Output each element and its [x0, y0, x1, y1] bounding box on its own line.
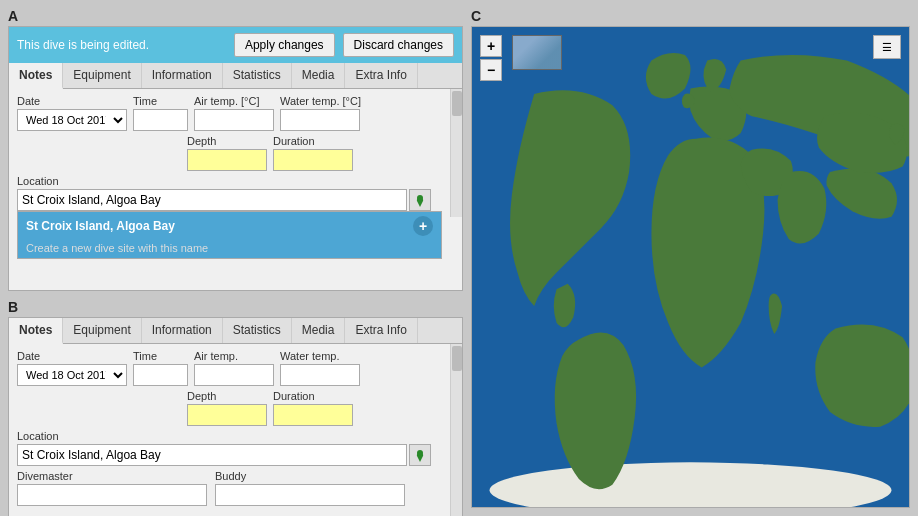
duration-input-a[interactable]: 0:46: [273, 149, 353, 171]
form-b: Date Wed 18 Oct 2017 Time 09:16 Air temp…: [9, 344, 462, 516]
duration-label-b: Duration: [273, 390, 353, 402]
map-thumbnail[interactable]: [512, 35, 562, 70]
tab-a-statistics[interactable]: Statistics: [223, 63, 292, 88]
zoom-out-button[interactable]: −: [480, 59, 502, 81]
zoom-in-button[interactable]: +: [480, 35, 502, 57]
location-map-button-a[interactable]: [409, 189, 431, 211]
divemaster-field-group-b: Divemaster: [17, 470, 207, 506]
airtemp-field-group-a: Air temp. [°C]: [194, 95, 274, 131]
depth-label-b: Depth: [187, 390, 267, 402]
tabs-a: Notes Equipment Information Statistics M…: [9, 63, 462, 89]
divemaster-label-b: Divemaster: [17, 470, 207, 482]
location-label-b: Location: [17, 430, 442, 442]
autocomplete-plus-button[interactable]: +: [413, 216, 433, 236]
autocomplete-match-text: St Croix Island, Algoa Bay: [26, 219, 175, 233]
discard-changes-button[interactable]: Discard changes: [343, 33, 454, 57]
hamburger-icon: ☰: [882, 41, 892, 54]
row-b-divemaster-buddy: Divemaster Buddy: [17, 470, 442, 506]
buddy-label-b: Buddy: [215, 470, 405, 482]
edit-bar-text: This dive is being edited.: [17, 38, 226, 52]
tab-b-extrainfo[interactable]: Extra Info: [345, 318, 417, 343]
location-map-button-b[interactable]: [409, 444, 431, 466]
form-area-b: Date Wed 18 Oct 2017 Time 09:16 Air temp…: [9, 344, 450, 516]
date-label-b: Date: [17, 350, 127, 362]
watertemp-field-group-a: Water temp. [°C]: [280, 95, 361, 131]
time-input-a[interactable]: 09:16: [133, 109, 188, 131]
airtemp-input-a[interactable]: [194, 109, 274, 131]
location-pin-icon: [413, 193, 427, 207]
location-wrap-b: [17, 444, 442, 466]
map-thumb-inner: [513, 36, 561, 69]
watertemp-input-a[interactable]: [280, 109, 360, 131]
tab-a-equipment[interactable]: Equipment: [63, 63, 141, 88]
section-a-label: A: [8, 8, 463, 24]
tab-a-media[interactable]: Media: [292, 63, 346, 88]
right-column: C: [471, 8, 910, 508]
date-select-a[interactable]: Wed 18 Oct 2017: [17, 109, 127, 131]
airtemp-label-b: Air temp.: [194, 350, 274, 362]
date-field-group-a: Date Wed 18 Oct 2017: [17, 95, 127, 131]
tab-a-notes[interactable]: Notes: [9, 63, 63, 89]
tab-a-information[interactable]: Information: [142, 63, 223, 88]
form-area-a: Date Wed 18 Oct 2017 Time 09:16 Air temp…: [9, 89, 450, 217]
tab-b-notes[interactable]: Notes: [9, 318, 63, 344]
location-pin-icon-b: [413, 448, 427, 462]
tab-a-extrainfo[interactable]: Extra Info: [345, 63, 417, 88]
watertemp-label-b: Water temp.: [280, 350, 360, 362]
time-label-b: Time: [133, 350, 188, 362]
section-a: A This dive is being edited. Apply chang…: [8, 8, 463, 291]
date-label-a: Date: [17, 95, 127, 107]
location-field-group-b: Location: [17, 430, 442, 466]
map-menu-button[interactable]: ☰: [873, 35, 901, 59]
section-b-label: B: [8, 299, 463, 315]
edit-bar: This dive is being edited. Apply changes…: [9, 27, 462, 63]
depth-input-b[interactable]: 15.0m: [187, 404, 267, 426]
watertemp-field-group-b: Water temp.: [280, 350, 360, 386]
depth-input-a[interactable]: 15.0m: [187, 149, 267, 171]
row-b-depth-duration: Depth 15.0m Duration 0:46: [17, 390, 442, 426]
time-label-a: Time: [133, 95, 188, 107]
row-date-time: Date Wed 18 Oct 2017 Time 09:16 Air temp…: [17, 95, 442, 131]
buddy-input-b[interactable]: [215, 484, 405, 506]
airtemp-field-group-b: Air temp.: [194, 350, 274, 386]
location-input-b[interactable]: [17, 444, 407, 466]
section-c-label: C: [471, 8, 910, 24]
time-field-group-a: Time 09:16: [133, 95, 188, 131]
divemaster-input-b[interactable]: [17, 484, 207, 506]
apply-changes-button[interactable]: Apply changes: [234, 33, 335, 57]
tab-b-equipment[interactable]: Equipment: [63, 318, 141, 343]
autocomplete-create-text: Create a new dive site with this name: [18, 240, 441, 258]
time-input-b[interactable]: 09:16: [133, 364, 188, 386]
location-input-a[interactable]: [17, 189, 407, 211]
scrollbar-b[interactable]: [450, 344, 462, 516]
date-select-b[interactable]: Wed 18 Oct 2017: [17, 364, 127, 386]
watertemp-label-a: Water temp. [°C]: [280, 95, 361, 107]
form-a: Date Wed 18 Oct 2017 Time 09:16 Air temp…: [9, 89, 462, 217]
date-field-group-b: Date Wed 18 Oct 2017: [17, 350, 127, 386]
location-label-a: Location: [17, 175, 442, 187]
map-controls: + −: [480, 35, 502, 81]
left-column: A This dive is being edited. Apply chang…: [8, 8, 463, 508]
tab-b-information[interactable]: Information: [142, 318, 223, 343]
scrollbar-a[interactable]: [450, 89, 462, 217]
section-b: B Notes Equipment Information Statistics…: [8, 299, 463, 516]
duration-field-group-b: Duration 0:46: [273, 390, 353, 426]
autocomplete-item-a[interactable]: St Croix Island, Algoa Bay +: [18, 212, 441, 240]
row-depth-duration: Depth 15.0m Duration 0:46: [17, 135, 442, 171]
panel-a: This dive is being edited. Apply changes…: [8, 26, 463, 291]
tab-b-media[interactable]: Media: [292, 318, 346, 343]
scroll-thumb-b: [452, 346, 462, 371]
depth-field-group-a: Depth 15.0m: [187, 135, 267, 171]
watertemp-input-b[interactable]: [280, 364, 360, 386]
duration-input-b[interactable]: 0:46: [273, 404, 353, 426]
tabs-b: Notes Equipment Information Statistics M…: [9, 318, 462, 344]
time-field-group-b: Time 09:16: [133, 350, 188, 386]
row-b-date-time: Date Wed 18 Oct 2017 Time 09:16 Air temp…: [17, 350, 442, 386]
airtemp-label-a: Air temp. [°C]: [194, 95, 274, 107]
airtemp-input-b[interactable]: [194, 364, 274, 386]
tab-b-statistics[interactable]: Statistics: [223, 318, 292, 343]
map-container[interactable]: + − ☰: [471, 26, 910, 508]
buddy-field-group-b: Buddy: [215, 470, 405, 506]
depth-label-a: Depth: [187, 135, 267, 147]
location-field-group-a: Location: [17, 175, 442, 211]
